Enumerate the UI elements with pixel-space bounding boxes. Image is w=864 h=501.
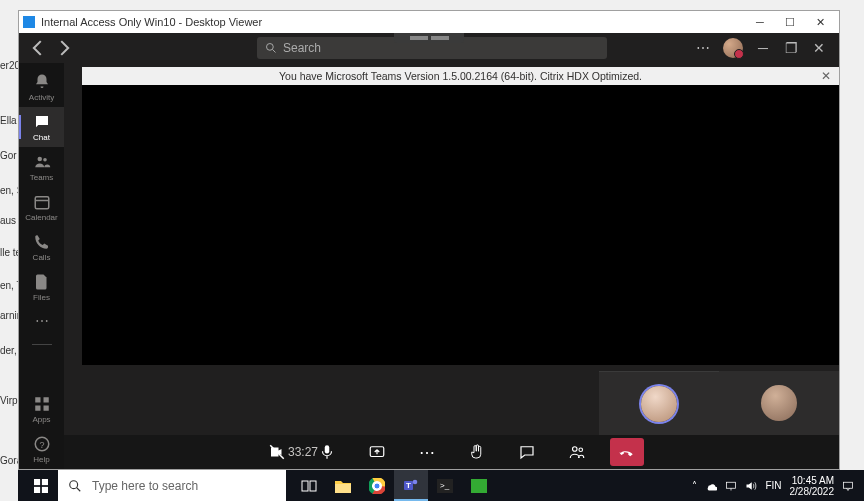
- file-icon: [33, 273, 51, 291]
- teams-close-button[interactable]: ✕: [807, 36, 831, 60]
- calendar-icon: [33, 193, 51, 211]
- windows-icon: [34, 479, 48, 493]
- svg-rect-17: [34, 479, 40, 485]
- language-indicator[interactable]: FIN: [765, 480, 781, 491]
- system-tray: ˄ FIN 10:45 AM 2/28/2022: [692, 475, 864, 497]
- svg-text:T: T: [406, 481, 411, 490]
- svg-rect-40: [844, 482, 853, 488]
- app-unknown[interactable]: [462, 470, 496, 501]
- terminal-app[interactable]: >_: [428, 470, 462, 501]
- bg-fragment: Gor: [0, 150, 17, 161]
- viewer-title: Internal Access Only Win10 - Desktop Vie…: [41, 16, 262, 28]
- more-options-button[interactable]: ⋯: [691, 36, 715, 60]
- svg-rect-6: [35, 397, 40, 402]
- rail-more[interactable]: ⋯: [19, 307, 64, 335]
- raise-hand-button[interactable]: [460, 438, 494, 466]
- svg-point-2: [37, 156, 42, 161]
- svg-rect-8: [35, 405, 40, 410]
- teams-minimize-button[interactable]: ─: [751, 36, 775, 60]
- hangup-button[interactable]: [610, 438, 644, 466]
- task-view-button[interactable]: [292, 470, 326, 501]
- meeting-area: You have Microsoft Teams Version 1.5.00.…: [64, 63, 839, 469]
- tray-chevron-icon[interactable]: ˄: [692, 480, 697, 491]
- svg-point-3: [43, 157, 47, 161]
- rail-files[interactable]: Files: [19, 267, 64, 307]
- share-screen-button[interactable]: [360, 438, 394, 466]
- help-icon: ?: [33, 435, 51, 453]
- version-notice: You have Microsoft Teams Version 1.5.00.…: [82, 67, 839, 85]
- viewer-minimize-button[interactable]: ─: [745, 12, 775, 32]
- share-icon: [368, 443, 386, 461]
- pinned-apps: T >_: [292, 470, 496, 501]
- bell-icon: [33, 73, 51, 91]
- nav-forward-button[interactable]: [53, 37, 75, 59]
- notifications-icon[interactable]: [842, 480, 854, 492]
- svg-rect-13: [324, 445, 329, 453]
- participant-tile-2[interactable]: [719, 371, 839, 435]
- teams-restore-button[interactable]: ❐: [779, 36, 803, 60]
- citrix-viewer-window: Internal Access Only Win10 - Desktop Vie…: [18, 10, 840, 470]
- chrome-app[interactable]: [360, 470, 394, 501]
- ellipsis-icon: ⋯: [35, 313, 49, 329]
- people-icon: [568, 443, 586, 461]
- call-controls: 33:27 ⋯: [64, 435, 839, 469]
- svg-rect-24: [310, 481, 316, 491]
- rail-calendar[interactable]: Calendar: [19, 187, 64, 227]
- rail-chat[interactable]: Chat: [19, 107, 64, 147]
- taskbar-search-placeholder: Type here to search: [92, 479, 198, 493]
- start-button[interactable]: [24, 470, 58, 501]
- rail-teams[interactable]: Teams: [19, 147, 64, 187]
- file-explorer-app[interactable]: [326, 470, 360, 501]
- bg-fragment: der,: [0, 345, 17, 356]
- svg-rect-25: [335, 484, 351, 493]
- onedrive-icon[interactable]: [705, 480, 717, 492]
- chat-icon: [33, 113, 51, 131]
- svg-point-21: [70, 480, 78, 488]
- camera-off-icon: [268, 443, 286, 461]
- viewer-close-button[interactable]: ✕: [805, 12, 835, 32]
- taskbar-clock[interactable]: 10:45 AM 2/28/2022: [790, 475, 835, 497]
- bg-fragment: er20: [0, 60, 20, 71]
- svg-line-22: [77, 487, 81, 491]
- hand-icon: [468, 443, 486, 461]
- viewer-titlebar: Internal Access Only Win10 - Desktop Vie…: [19, 11, 839, 33]
- svg-rect-38: [727, 482, 736, 488]
- search-icon: [68, 479, 82, 493]
- rail-help[interactable]: ? Help: [19, 429, 64, 469]
- citrix-toolbar-handle[interactable]: [394, 33, 464, 43]
- rail-activity[interactable]: Activity: [19, 67, 64, 107]
- chat-bubble-icon: [518, 443, 536, 461]
- search-icon: [265, 42, 277, 54]
- taskbar-search[interactable]: Type here to search: [58, 470, 286, 501]
- chat-panel-button[interactable]: [510, 438, 544, 466]
- participants-button[interactable]: [560, 438, 594, 466]
- participant-tile-1[interactable]: [599, 371, 719, 435]
- participants-strip: [599, 371, 839, 435]
- notice-close-button[interactable]: ✕: [819, 69, 833, 83]
- bg-fragment: Ella: [0, 115, 17, 126]
- profile-avatar[interactable]: [723, 38, 743, 58]
- svg-point-34: [413, 479, 418, 484]
- avatar: [641, 386, 677, 422]
- svg-rect-7: [43, 397, 48, 402]
- avatar: [761, 385, 797, 421]
- ellipsis-icon: ⋯: [419, 443, 435, 462]
- svg-rect-37: [471, 479, 487, 493]
- search-placeholder: Search: [283, 41, 321, 55]
- viewer-maximize-button[interactable]: ☐: [775, 12, 805, 32]
- svg-text:?: ?: [39, 439, 44, 449]
- svg-rect-23: [302, 481, 308, 491]
- rail-apps[interactable]: Apps: [19, 389, 64, 429]
- nav-back-button[interactable]: [27, 37, 49, 59]
- svg-point-0: [267, 44, 274, 51]
- network-icon[interactable]: [725, 480, 737, 492]
- app-rail: Activity Chat Teams Calendar Calls: [19, 63, 64, 469]
- teams-app-taskbar[interactable]: T: [394, 470, 428, 501]
- rail-calls[interactable]: Calls: [19, 227, 64, 267]
- volume-icon[interactable]: [745, 480, 757, 492]
- teams-app: Search ⋯ ─ ❐ ✕ Activity Chat: [19, 33, 839, 469]
- video-stage: [82, 85, 839, 365]
- more-actions-button[interactable]: ⋯: [410, 438, 444, 466]
- call-timer: 33:27: [288, 445, 318, 459]
- bg-fragment: Virp: [0, 395, 18, 406]
